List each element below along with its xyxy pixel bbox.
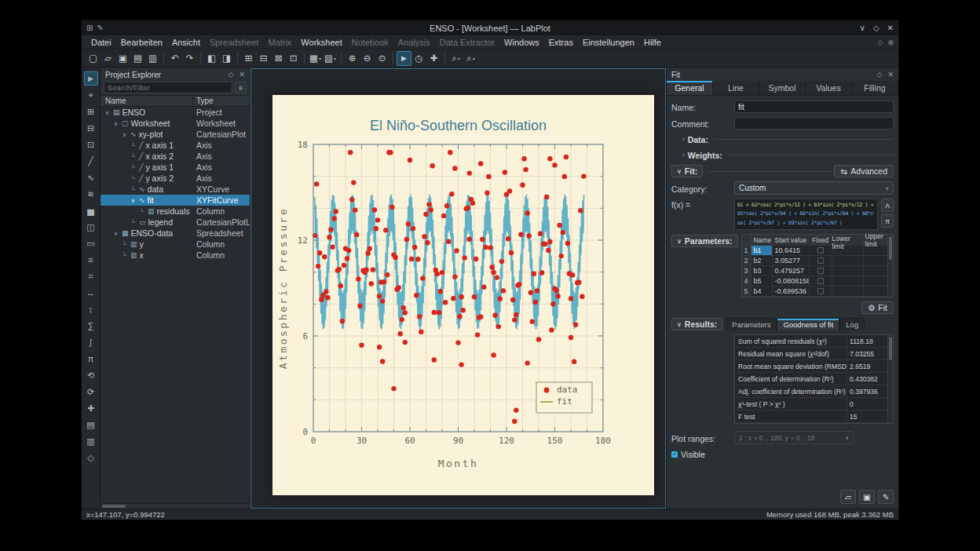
menu-extras[interactable]: Extras bbox=[544, 38, 578, 47]
open-project-icon[interactable]: ▱ bbox=[101, 51, 115, 66]
tree-item-fit[interactable]: ∨∿fitXYFitCurve bbox=[101, 195, 250, 206]
add-axis-icon[interactable]: ⊞ bbox=[84, 104, 98, 119]
param-fixed-cell[interactable] bbox=[810, 276, 832, 286]
rotate-right-icon[interactable]: ⟳ bbox=[84, 385, 98, 399]
param-lower-limit-cell[interactable] bbox=[832, 276, 864, 286]
tree-item-worksheet[interactable]: ∨▢WorksheetWorksheet bbox=[101, 118, 250, 129]
add-histogram-icon[interactable]: ▅ bbox=[84, 203, 98, 217]
results-tab-parameters[interactable]: Parameters bbox=[726, 318, 777, 330]
zoom-out-icon[interactable]: ⊖ bbox=[360, 51, 375, 66]
param-fixed-cell[interactable] bbox=[810, 246, 832, 255]
new-worksheet-icon[interactable]: ⊠ bbox=[271, 51, 286, 66]
visible-checkbox[interactable]: ✓ bbox=[671, 451, 678, 458]
column-header-name[interactable]: Name bbox=[101, 97, 193, 105]
constants-icon[interactable]: π bbox=[84, 352, 98, 366]
sum-icon[interactable]: ∑ bbox=[84, 319, 98, 333]
mouse-mode-icon[interactable]: ► bbox=[84, 71, 98, 86]
add-boxplot-icon[interactable]: ◫ bbox=[84, 220, 98, 234]
diagonal-axis-icon[interactable]: ╱ bbox=[84, 154, 98, 168]
tree-item-xy-plot[interactable]: ∨∿xy-plotCartesianPlot bbox=[101, 129, 250, 140]
navigate-time-icon[interactable]: ◷ bbox=[411, 51, 426, 66]
add-object-icon[interactable]: ▧▾ bbox=[323, 51, 338, 66]
data-section-chevron-icon[interactable]: › bbox=[682, 136, 685, 143]
mdi-restore-button[interactable]: ◇ bbox=[878, 38, 883, 46]
tab-filling[interactable]: Filling bbox=[852, 81, 898, 95]
menu-data-extractor[interactable]: Data Extractor bbox=[435, 38, 499, 47]
param-name-cell[interactable]: b3 bbox=[751, 266, 773, 276]
name-field[interactable] bbox=[734, 100, 894, 113]
tree-item-legend[interactable]: └▭legendCartesianPlotLegen bbox=[101, 217, 250, 228]
presenter-mode-icon[interactable]: ⌕▾ bbox=[463, 51, 478, 66]
param-name-cell[interactable]: b5 bbox=[751, 276, 773, 286]
tree-item-y[interactable]: └▥yColumn bbox=[101, 239, 250, 250]
insert-constants-button[interactable]: A bbox=[881, 199, 894, 212]
dock-float-button[interactable]: ◇ bbox=[877, 71, 883, 78]
expand-arrow-icon[interactable]: ∨ bbox=[130, 197, 137, 204]
param-fixed-cell[interactable] bbox=[810, 266, 832, 276]
param-row-b5[interactable]: 4b5-0.0808158 bbox=[742, 276, 887, 286]
plot-ranges-select[interactable]: 1 : x = 0 .. 180, y = 0 .. 18∨ bbox=[734, 431, 854, 444]
add-smooth-icon[interactable]: ≋ bbox=[84, 187, 98, 201]
save-template-button[interactable]: ▣ bbox=[859, 490, 875, 504]
tree-item-x-axis-1[interactable]: └╱x axis 1Axis bbox=[101, 140, 250, 151]
rotate-left-icon[interactable]: ⟲ bbox=[84, 368, 98, 382]
add-plot-icon[interactable]: ▦▾ bbox=[308, 51, 323, 66]
new-spreadsheet-icon[interactable]: ⊞ bbox=[241, 51, 256, 66]
layout-cols-icon[interactable]: ▥ bbox=[84, 434, 98, 448]
expand-arrow-icon[interactable]: ∨ bbox=[121, 131, 128, 138]
param-row-b2[interactable]: 2b23.05277 bbox=[742, 256, 887, 266]
param-name-cell[interactable]: b2 bbox=[751, 256, 773, 265]
maximize-button[interactable]: ◇ bbox=[873, 20, 879, 35]
select-pointer-icon[interactable]: ► bbox=[397, 51, 411, 66]
search-input[interactable] bbox=[104, 82, 232, 93]
load-template-button[interactable]: ▱ bbox=[840, 490, 856, 504]
param-fixed-cell[interactable] bbox=[810, 286, 832, 296]
param-start-value-cell[interactable]: 10.6415 bbox=[773, 246, 810, 254]
save-project-icon[interactable]: ▣ bbox=[115, 51, 130, 66]
weights-section-header[interactable]: Weights: bbox=[688, 151, 722, 160]
data-section-header[interactable]: Data: bbox=[688, 135, 708, 144]
menu-analysis[interactable]: Analysis bbox=[393, 38, 435, 47]
tree-item-x[interactable]: └▥xColumn bbox=[101, 250, 250, 261]
explorer-close-button[interactable]: ✕ bbox=[239, 71, 245, 78]
crosshair-icon[interactable]: ✚ bbox=[426, 51, 441, 66]
results-tab-log[interactable]: Log bbox=[839, 318, 865, 330]
param-lower-limit-cell[interactable] bbox=[832, 286, 864, 296]
menu-windows[interactable]: Windows bbox=[499, 38, 544, 47]
param-name-cell[interactable]: b4 bbox=[751, 286, 773, 296]
menu-spreadsheet[interactable]: Spreadsheet bbox=[205, 38, 263, 47]
expand-arrow-icon[interactable]: ∨ bbox=[104, 109, 111, 116]
param-row-b3[interactable]: 3b30.479257 bbox=[742, 266, 887, 276]
param-lower-limit-cell[interactable] bbox=[832, 266, 864, 276]
zoom-in-icon[interactable]: ⊕ bbox=[345, 51, 360, 66]
minimize-button[interactable]: ∨ bbox=[860, 20, 865, 35]
menu-bearbeiten[interactable]: Bearbeiten bbox=[116, 38, 167, 47]
parameters-table-scrollbar[interactable] bbox=[887, 235, 893, 297]
run-fit-button[interactable]: ⚙Fit bbox=[861, 301, 894, 314]
menu-einstellungen[interactable]: Einstellungen bbox=[578, 38, 639, 47]
category-select[interactable]: Custom∨ bbox=[734, 181, 894, 195]
fixed-checkbox[interactable] bbox=[817, 268, 824, 274]
undo-icon[interactable]: ↶ bbox=[167, 51, 182, 66]
tree-item-enso-data[interactable]: ∨▦ENSO-dataSpreadsheet bbox=[101, 228, 250, 239]
tab-general[interactable]: General bbox=[667, 81, 713, 95]
results-table[interactable]: Sum of squared residuals (χ²)1118.18Resi… bbox=[734, 334, 894, 424]
param-name-cell[interactable]: b1 bbox=[751, 246, 773, 255]
fixed-checkbox[interactable] bbox=[817, 247, 824, 254]
add-plot-area-icon[interactable]: ⊡ bbox=[84, 137, 98, 151]
add-text-icon[interactable]: ≡ bbox=[84, 253, 98, 267]
expand-arrow-icon[interactable]: ∨ bbox=[112, 230, 119, 237]
close-button[interactable]: ✕ bbox=[887, 20, 894, 35]
parameters-table[interactable]: NameStart valueFixedLower limitUpper lim… bbox=[741, 234, 894, 297]
insert-functions-button[interactable]: π bbox=[881, 214, 894, 228]
formula-editor[interactable]: b1 + b2*cos( 2*pi*x/12 ) + b3*sin( 2*pi*… bbox=[734, 199, 878, 230]
dock-close-button[interactable]: ✕ bbox=[887, 71, 894, 78]
tree-item-data[interactable]: └∿dataXYCurve bbox=[101, 184, 250, 195]
enso-plot[interactable]: 0306090120150180061218El Niño-Southern O… bbox=[272, 95, 654, 495]
crosshair-tool-icon[interactable]: ✚ bbox=[84, 401, 98, 415]
explorer-float-button[interactable]: ◇ bbox=[229, 71, 234, 78]
title-bar[interactable]: ⊞ ✎ ENSO - [Worksheet] — LabPlot ∨ ◇ ✕ bbox=[82, 20, 898, 35]
expand-arrow-icon[interactable]: ∨ bbox=[112, 120, 119, 127]
layout-rows-icon[interactable]: ▤ bbox=[84, 418, 98, 432]
tab-line[interactable]: Line bbox=[713, 81, 759, 95]
